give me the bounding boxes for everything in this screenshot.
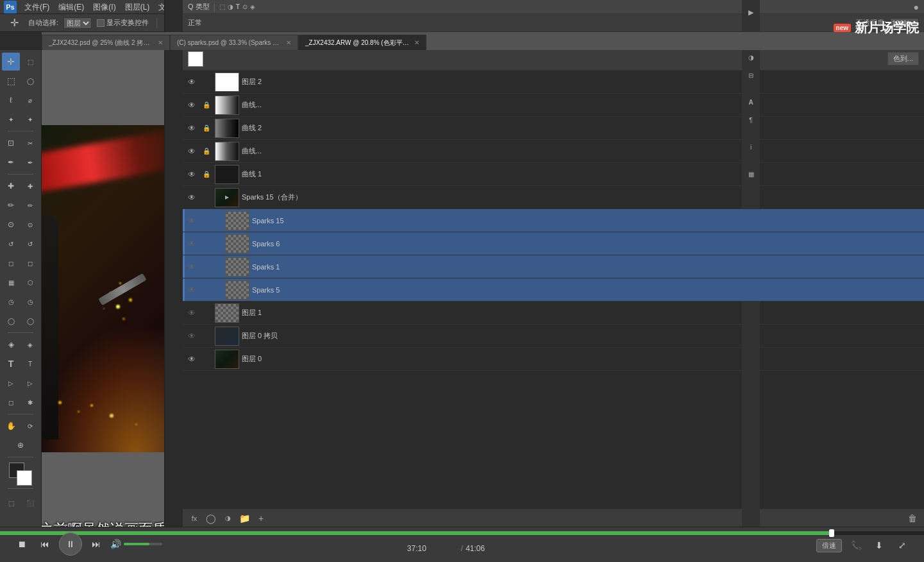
path-select-btn[interactable]: ▷: [2, 374, 20, 392]
bg-eraser-btn[interactable]: ◻: [21, 254, 39, 272]
phone-icon[interactable]: 📞: [847, 536, 865, 554]
sparks15-visibility[interactable]: 👁: [185, 216, 198, 225]
layer-item-layer0-copy[interactable]: 👁 图层 0 拷贝: [183, 325, 924, 348]
slice-tool-btn[interactable]: ✂: [21, 134, 39, 152]
dodge-tool-btn[interactable]: ◯: [2, 312, 20, 330]
ellipse-marquee-btn[interactable]: ◯: [21, 72, 39, 90]
screen-mode-btn[interactable]: ⬛: [21, 494, 39, 512]
brush-tool-btn[interactable]: ✏: [2, 196, 20, 214]
sparks5-visibility[interactable]: 👁: [185, 285, 198, 294]
sparks6-visibility[interactable]: 👁: [185, 239, 198, 248]
marquee-tool-btn[interactable]: ⬚: [2, 72, 20, 90]
tab-2-close[interactable]: ✕: [286, 39, 291, 46]
menu-image[interactable]: 图像(I): [89, 0, 119, 14]
filter-pixel-icon[interactable]: ⬚: [219, 3, 225, 10]
quick-select-btn[interactable]: ✦: [2, 110, 20, 128]
gradient-tool-btn[interactable]: ▦: [2, 273, 20, 291]
filter-text-icon[interactable]: T: [236, 3, 240, 10]
layer-item-curve-base[interactable]: 👁 🔒 曲线 1: [183, 163, 924, 186]
color-action-button[interactable]: 色到...: [887, 52, 919, 65]
fx-button[interactable]: fx: [188, 512, 201, 525]
filter-adj-icon[interactable]: ◑: [228, 3, 233, 10]
menu-layer[interactable]: 图层(L): [121, 0, 154, 14]
volume-bar[interactable]: [124, 543, 162, 545]
layer-item-sparks5[interactable]: 👁 Sparks 5: [183, 278, 924, 302]
layer-item-sparks-group[interactable]: 👁 ▶ Sparks 15（合并）: [183, 186, 924, 209]
curve1-visibility[interactable]: 👁: [185, 101, 198, 110]
layer-item-curve2[interactable]: 👁 🔒 曲线 2: [183, 117, 924, 140]
quick-mask-btn[interactable]: ⬚: [2, 494, 20, 512]
curve2-visibility[interactable]: 👁: [185, 124, 198, 133]
paint-bucket-btn[interactable]: ⬡: [21, 273, 39, 291]
tab-2[interactable]: (C) sparks.psd @ 33.3% (Sparks 15, RGB/8…: [170, 35, 298, 50]
auto-select-dropdown[interactable]: 图层: [63, 17, 92, 29]
layer1-visibility[interactable]: 👁: [185, 309, 198, 318]
rotate-view-btn[interactable]: ⟳: [21, 417, 39, 435]
adjustments-icon[interactable]: ◑: [744, 50, 758, 64]
layer-item-curve3[interactable]: 👁 🔒 曲线...: [183, 140, 924, 163]
tab-3[interactable]: _ZJX2432.ARW @ 20.8% (色彩平衡 1, 图层蒙版/6) ✕: [298, 35, 426, 50]
volume-icon[interactable]: 🔊: [110, 539, 121, 549]
spot-heal-btn[interactable]: ✚: [21, 177, 39, 195]
fullscreen-icon[interactable]: ⤢: [893, 536, 911, 554]
tab-1[interactable]: _ZJX2432.psd @ 25% (曲线 2 拷贝, 图层蒙版/8) ✕: [42, 35, 170, 50]
heal-brush-btn[interactable]: ✚: [2, 177, 20, 195]
history-brush-btn[interactable]: ↺: [2, 235, 20, 253]
tab-1-close[interactable]: ✕: [158, 39, 163, 46]
layer0copy-visibility[interactable]: 👁: [185, 332, 198, 341]
new-group-btn[interactable]: 📁: [238, 512, 251, 525]
transform-controls-checkbox[interactable]: [97, 19, 105, 27]
curvebase-visibility[interactable]: 👁: [185, 170, 198, 179]
pattern-stamp-btn[interactable]: ⊙: [21, 216, 39, 234]
skip-back-btn[interactable]: ⏮: [36, 535, 54, 553]
layer-item-sparks1[interactable]: 👁 Sparks 1: [183, 255, 924, 278]
custom-shape-btn[interactable]: ✱: [21, 393, 39, 411]
add-mask-btn[interactable]: ◯: [205, 512, 217, 525]
add-adjustment-btn[interactable]: ◑: [221, 512, 234, 525]
layer-item-sparks15[interactable]: 👁 Sparks 15: [183, 209, 924, 232]
eyedropper-btn[interactable]: ✒: [2, 153, 20, 171]
layer2-visibility[interactable]: 👁: [185, 78, 198, 87]
stop-btn[interactable]: ⏹: [13, 535, 31, 553]
vertical-text-btn[interactable]: T: [21, 355, 39, 373]
artboard-tool-btn[interactable]: ⬚: [21, 53, 39, 71]
magic-wand-btn[interactable]: ✦: [21, 110, 39, 128]
crop-tool-btn[interactable]: ⊡: [2, 134, 20, 152]
eraser-tool-btn[interactable]: ◻: [2, 254, 20, 272]
sparks-group-visibility[interactable]: 👁: [185, 193, 198, 202]
stamp-tool-btn[interactable]: ⊙: [2, 216, 20, 234]
text-tool-btn[interactable]: T: [2, 355, 20, 373]
menu-file[interactable]: 文件(F): [21, 0, 53, 14]
layer-item-layer0[interactable]: 👁 图层 0: [183, 348, 924, 371]
new-layer-btn[interactable]: +: [255, 512, 267, 525]
filter-smart-icon[interactable]: ◈: [250, 3, 255, 10]
hand-tool-btn[interactable]: ✋: [2, 417, 20, 435]
download-icon[interactable]: ⬇: [870, 536, 888, 554]
layer-item-sparks6[interactable]: 👁 Sparks 6: [183, 232, 924, 255]
layer-item-layer2[interactable]: 👁 图层 2: [183, 71, 924, 94]
background-color[interactable]: [17, 470, 32, 486]
sharpen-tool-btn[interactable]: ◷: [21, 293, 39, 311]
pencil-tool-btn[interactable]: ✏: [21, 196, 39, 214]
sparks1-visibility[interactable]: 👁: [185, 262, 198, 271]
color-sampler-btn[interactable]: ✒: [21, 153, 39, 171]
delete-layer-btn[interactable]: 🗑: [906, 512, 919, 525]
freeform-pen-btn[interactable]: ◈: [21, 336, 39, 353]
art-history-btn[interactable]: ↺: [21, 235, 39, 253]
menu-edit[interactable]: 编辑(E): [55, 0, 88, 14]
burn-tool-btn[interactable]: ◯: [21, 312, 39, 330]
tab-3-close[interactable]: ✕: [414, 39, 419, 46]
move-tool-btn[interactable]: ✛: [2, 53, 20, 71]
skip-fwd-btn[interactable]: ⏭: [87, 535, 105, 553]
pause-btn[interactable]: ⏸: [59, 532, 82, 556]
lasso-tool-btn[interactable]: ℓ: [2, 91, 20, 109]
shape-tool-btn[interactable]: ◻: [2, 393, 20, 411]
poly-lasso-btn[interactable]: ⌀: [21, 91, 39, 109]
curve3-visibility[interactable]: 👁: [185, 147, 198, 156]
filter-shape-icon[interactable]: ⊙: [242, 3, 248, 10]
layer-item-layer1[interactable]: 👁 图层 1: [183, 302, 924, 325]
layer-item-curve1[interactable]: 👁 🔒 曲线...: [183, 94, 924, 117]
color-picker[interactable]: [9, 463, 32, 486]
layer-color-swatch[interactable]: [188, 51, 203, 67]
blur-tool-btn[interactable]: ◷: [2, 293, 20, 311]
